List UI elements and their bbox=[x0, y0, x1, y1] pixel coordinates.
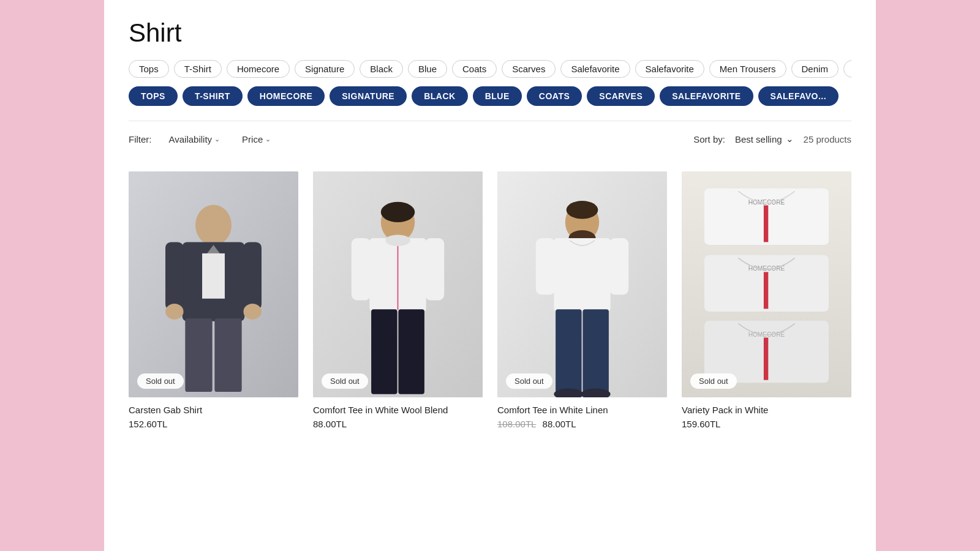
tag-outline-denim[interactable]: Denim bbox=[791, 60, 839, 78]
tag-filled-salefavorite[interactable]: SALEFAVORITE bbox=[660, 86, 753, 106]
svg-point-10 bbox=[165, 304, 184, 320]
product-name-1: Carsten Gab Shirt bbox=[129, 405, 298, 415]
tag-outline-salefavorite1[interactable]: Salefavorite bbox=[560, 60, 630, 78]
svg-rect-5 bbox=[165, 242, 184, 310]
product-card-1[interactable]: Sold out Carsten Gab Shirt 152.60TL bbox=[129, 171, 298, 429]
product-info-2: Comfort Tee in White Wool Blend 88.00TL bbox=[313, 397, 483, 429]
product-card-4[interactable]: HOMECORE HOMECORE HOMECORE Sold bbox=[682, 171, 851, 429]
svg-rect-19 bbox=[352, 238, 371, 301]
product-price-1: 152.60TL bbox=[129, 419, 298, 429]
availability-label: Availability bbox=[169, 134, 213, 144]
price-label: Price bbox=[242, 134, 263, 144]
svg-rect-31 bbox=[556, 309, 581, 394]
tag-outline-putty[interactable]: Putty bbox=[843, 60, 851, 78]
tag-outline-signature[interactable]: Signature bbox=[295, 60, 355, 78]
svg-rect-39 bbox=[764, 205, 768, 242]
svg-rect-22 bbox=[398, 309, 424, 394]
product-info-1: Carsten Gab Shirt 152.60TL bbox=[129, 397, 298, 429]
tag-filled-scarves[interactable]: SCARVES bbox=[587, 86, 655, 106]
sold-out-badge-2: Sold out bbox=[322, 373, 368, 389]
product-card-3[interactable]: Sold out Comfort Tee in White Linen 108.… bbox=[497, 171, 667, 429]
svg-point-18 bbox=[385, 234, 410, 246]
svg-point-26 bbox=[567, 201, 598, 219]
tag-outline-tshirt[interactable]: T-Shirt bbox=[174, 60, 222, 78]
tag-filled-blue[interactable]: BLUE bbox=[473, 86, 522, 106]
price-chevron-icon: ⌄ bbox=[265, 135, 271, 143]
sold-out-badge-4: Sold out bbox=[690, 373, 737, 389]
filled-tags-row: TOPS T-SHIRT HOMECORE SIGNATURE BLACK BL… bbox=[129, 86, 851, 106]
product-price-3: 108.00TL 88.00TL bbox=[497, 419, 667, 429]
svg-rect-45 bbox=[764, 337, 768, 380]
filter-bar: Filter: Availability ⌄ Price ⌄ Sort by: … bbox=[129, 121, 851, 157]
filter-label: Filter: bbox=[129, 134, 152, 144]
svg-point-11 bbox=[243, 304, 262, 320]
outline-tags-row: Tops T-Shirt Homecore Signature Black Bl… bbox=[129, 60, 851, 78]
products-grid: Sold out Carsten Gab Shirt 152.60TL bbox=[129, 171, 851, 429]
tag-outline-men-trousers[interactable]: Men Trousers bbox=[709, 60, 786, 78]
tag-outline-coats[interactable]: Coats bbox=[452, 60, 497, 78]
product-card-2[interactable]: Sold out Comfort Tee in White Wool Blend… bbox=[313, 171, 483, 429]
filter-left: Filter: Availability ⌄ Price ⌄ bbox=[129, 132, 276, 147]
sort-by-label: Sort by: bbox=[693, 134, 725, 144]
original-price-3: 108.00TL bbox=[497, 419, 536, 429]
sort-value: Best selling bbox=[735, 134, 782, 144]
product-image-4: HOMECORE HOMECORE HOMECORE Sold bbox=[682, 171, 851, 397]
svg-rect-30 bbox=[609, 238, 628, 294]
main-content: Shirt Tops T-Shirt Homecore Signature Bl… bbox=[104, 0, 876, 551]
tag-outline-salefavorite2[interactable]: Salefavorite bbox=[635, 60, 704, 78]
product-price-4: 159.60TL bbox=[682, 419, 851, 429]
product-info-3: Comfort Tee in White Linen 108.00TL 88.0… bbox=[497, 397, 667, 429]
svg-rect-20 bbox=[425, 238, 444, 301]
product-name-2: Comfort Tee in White Wool Blend bbox=[313, 405, 483, 415]
svg-rect-8 bbox=[185, 318, 212, 392]
price-filter-button[interactable]: Price ⌄ bbox=[237, 132, 276, 147]
svg-rect-42 bbox=[764, 272, 768, 309]
availability-filter-button[interactable]: Availability ⌄ bbox=[164, 132, 225, 147]
svg-rect-21 bbox=[371, 309, 397, 394]
tag-filled-tops[interactable]: TOPS bbox=[129, 86, 178, 106]
sale-price-3: 88.00TL bbox=[543, 419, 576, 429]
tag-outline-blue[interactable]: Blue bbox=[408, 60, 447, 78]
sort-select-button[interactable]: Best selling ⌄ bbox=[733, 131, 796, 147]
svg-rect-29 bbox=[536, 238, 555, 294]
sort-chevron-icon: ⌄ bbox=[786, 133, 794, 144]
tag-outline-homecore[interactable]: Homecore bbox=[227, 60, 290, 78]
tag-filled-black[interactable]: BLACK bbox=[412, 86, 468, 106]
product-image-2: Sold out bbox=[313, 171, 483, 397]
product-name-3: Comfort Tee in White Linen bbox=[497, 405, 667, 415]
tag-filled-tshirt[interactable]: T-SHIRT bbox=[183, 86, 243, 106]
product-name-4: Variety Pack in White bbox=[682, 405, 851, 415]
svg-rect-9 bbox=[214, 318, 241, 392]
products-count: 25 products bbox=[804, 134, 851, 144]
tag-outline-black[interactable]: Black bbox=[360, 60, 403, 78]
product-price-2: 88.00TL bbox=[313, 419, 483, 429]
svg-rect-7 bbox=[202, 253, 225, 299]
filter-right: Sort by: Best selling ⌄ 25 products bbox=[693, 131, 851, 147]
tag-outline-tops[interactable]: Tops bbox=[129, 60, 169, 78]
tag-filled-salefavo[interactable]: SALEFAVO... bbox=[758, 86, 839, 106]
page-title: Shirt bbox=[129, 0, 851, 60]
tag-filled-coats[interactable]: COATS bbox=[527, 86, 582, 106]
tag-filled-signature[interactable]: SIGNATURE bbox=[330, 86, 407, 106]
product-image-3: Sold out bbox=[497, 171, 667, 397]
sold-out-badge-3: Sold out bbox=[506, 373, 552, 389]
svg-rect-28 bbox=[554, 238, 610, 312]
svg-point-15 bbox=[381, 202, 415, 222]
tag-outline-scarves[interactable]: Scarves bbox=[502, 60, 556, 78]
product-info-4: Variety Pack in White 159.60TL bbox=[682, 397, 851, 429]
availability-chevron-icon: ⌄ bbox=[214, 135, 220, 143]
svg-point-2 bbox=[195, 204, 232, 245]
tag-filled-homecore[interactable]: HOMECORE bbox=[247, 86, 325, 106]
svg-rect-32 bbox=[582, 309, 608, 394]
product-image-1: Sold out bbox=[129, 171, 298, 397]
sold-out-badge-1: Sold out bbox=[137, 373, 184, 389]
svg-rect-6 bbox=[243, 242, 262, 310]
